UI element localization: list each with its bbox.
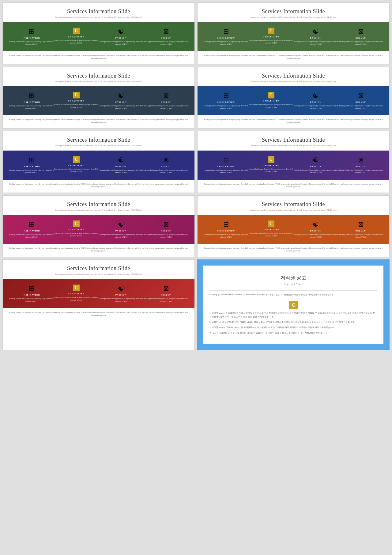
passion-text: Hashtag fashion axe fingerstache, everyd…	[293, 169, 338, 174]
passion-text: Hashtag fashion axe fingerstache, everyd…	[293, 233, 338, 239]
banner-item-inspiration: ⊞ INSPIRATION Hashtag fashion axe finger…	[9, 220, 54, 239]
inspiration-label: INSPIRATION	[204, 165, 249, 168]
result-icon: ⊠	[144, 220, 189, 228]
passion-text: Hashtag fashion axe fingerstache, everyd…	[293, 40, 338, 46]
result-icon: ⊠	[144, 156, 189, 164]
inspiration-label: INSPIRATION	[9, 101, 54, 103]
inspiration-icon: ⊞	[204, 28, 249, 36]
banner-item-creativite: C CREATIVITE Hashtag fashion axe fingers…	[249, 156, 294, 173]
inspiration-text: Hashtag fashion axe fingerstache, everyd…	[204, 105, 249, 110]
result-label: RESULT	[338, 165, 383, 168]
result-text: Hashtag fashion axe fingerstache, everyd…	[338, 105, 383, 110]
creativite-text: Hashtag fashion axe fingerstache, everyd…	[54, 168, 99, 173]
slide-7: Services Information Slide Letterpress n…	[2, 195, 195, 257]
creativite-badge: C	[73, 92, 80, 98]
slide-grid: Services Information Slide Letterpress n…	[0, 0, 392, 353]
banner-item-creativite: C CREATIVITE Hashtag fashion axe fingers…	[54, 156, 99, 173]
copyright-title: 저작권 공고	[209, 275, 377, 281]
result-text: Hashtag fashion axe fingerstache, everyd…	[338, 233, 383, 239]
copyright-inner: 저작권 공고 Copyright Notice 이 저작물은 Creative …	[203, 266, 383, 344]
inspiration-icon: ⊞	[9, 28, 54, 36]
slide-6-title: Services Information Slide	[204, 137, 383, 143]
result-icon: ⊠	[338, 28, 383, 36]
banner-item-creativite: C CREATIVITE Hashtag fashion axe fingers…	[249, 220, 294, 237]
creativite-badge: C	[268, 28, 274, 34]
slide-5-banner: ⊞ INSPIRATION Hashtag fashion axe finger…	[3, 151, 194, 180]
slide-7-body: Hashtag fashion axe fingerstache, everyd…	[3, 244, 194, 257]
passion-label: PASSION	[293, 37, 338, 39]
banner-item-passion: ☯ PASSION Hashtag fashion axe fingerstac…	[293, 92, 338, 110]
creativite-text: Hashtag fashion axe fingerstache, everyd…	[54, 296, 99, 301]
slide-3: Services Information Slide Letterpress n…	[2, 67, 195, 129]
slide-6-body: Hashtag fashion axe fingerstache, everyd…	[198, 180, 389, 193]
result-label: RESULT	[144, 165, 189, 168]
slide-9-subtitle: Letterpress next level trust fund, befor…	[9, 273, 188, 276]
passion-label: PASSION	[99, 230, 144, 232]
slide-4-subtitle: Letterpress next level trust fund, befor…	[204, 80, 383, 83]
result-text: Hashtag fashion axe fingerstache, everyd…	[338, 40, 383, 46]
slide-4-body: Hashtag fashion axe fingerstache, everyd…	[198, 115, 389, 128]
result-label: RESULT	[338, 230, 383, 232]
banner-item-inspiration: ⊞ INSPIRATION Hashtag fashion axe finger…	[204, 220, 249, 239]
slide-2-subtitle: Letterpress next level trust fund, befor…	[204, 16, 383, 19]
creativite-badge: C	[73, 156, 80, 163]
slide-2-header: Services Information Slide Letterpress n…	[198, 3, 389, 22]
passion-text: Hashtag fashion axe fingerstache, everyd…	[99, 297, 144, 303]
creativite-label: CREATIVITE	[249, 100, 294, 102]
passion-text: Hashtag fashion axe fingerstache, everyd…	[99, 40, 144, 46]
copyright-badge: C	[289, 301, 298, 309]
banner-item-passion: ☯ PASSION Hashtag fashion axe fingerstac…	[99, 28, 144, 46]
passion-icon: ☯	[293, 156, 338, 164]
passion-label: PASSION	[99, 101, 144, 103]
slide-2-banner: ⊞ INSPIRATION Hashtag fashion axe finger…	[198, 22, 389, 51]
slide-4-banner: ⊞ INSPIRATION Hashtag fashion axe finger…	[198, 86, 389, 115]
slide-6-subtitle: Letterpress next level trust fund, befor…	[204, 144, 383, 147]
slide-8-title: Services Information Slide	[204, 201, 383, 208]
creativite-badge: C	[73, 220, 80, 227]
inspiration-text: Hashtag fashion axe fingerstache, everyd…	[9, 297, 54, 303]
banner-item-inspiration: ⊞ INSPIRATION Hashtag fashion axe finger…	[9, 285, 54, 303]
banner-item-result: ⊠ RESULT Hashtag fashion axe fingerstach…	[144, 285, 189, 303]
slide-4: Services Information Slide Letterpress n…	[197, 67, 390, 129]
inspiration-text: Hashtag fashion axe fingerstache, everyd…	[204, 169, 249, 174]
result-label: RESULT	[144, 230, 189, 232]
slide-5-title: Services Information Slide	[9, 137, 188, 143]
inspiration-icon: ⊞	[204, 92, 249, 100]
banner-item-result: ⊠ RESULT Hashtag fashion axe fingerstach…	[144, 92, 189, 110]
banner-item-inspiration: ⊞ INSPIRATION Hashtag fashion axe finger…	[9, 92, 54, 110]
banner-item-passion: ☯ PASSION Hashtag fashion axe fingerstac…	[293, 28, 338, 46]
creativite-text: Hashtag fashion axe fingerstache, everyd…	[54, 232, 99, 237]
passion-icon: ☯	[99, 220, 144, 228]
result-icon: ⊠	[144, 285, 189, 293]
creativite-text: Hashtag fashion axe fingerstache, everyd…	[54, 39, 99, 44]
banner-item-passion: ☯ PASSION Hashtag fashion axe fingerstac…	[293, 220, 338, 239]
inspiration-icon: ⊞	[9, 220, 54, 228]
slide-7-header: Services Information Slide Letterpress n…	[3, 196, 194, 215]
result-label: RESULT	[144, 101, 189, 103]
inspiration-icon: ⊞	[9, 92, 54, 100]
inspiration-icon: ⊞	[9, 156, 54, 164]
result-text: Hashtag fashion axe fingerstache, everyd…	[144, 40, 189, 46]
inspiration-label: INSPIRATION	[9, 165, 54, 168]
copyright-section-2: 2. 글꼴(Font): 이 프레젠테이션에 사용된 글꼴은 해당 글꼴 제작자…	[209, 320, 377, 324]
slide-6-body-text: Hashtag fashion axe fingerstache, everyd…	[204, 183, 383, 188]
banner-item-passion: ☯ PASSION Hashtag fashion axe fingerstac…	[99, 92, 144, 110]
result-icon: ⊠	[338, 220, 383, 228]
passion-icon: ☯	[99, 28, 144, 36]
slide-5-body: Hashtag fashion axe fingerstache, everyd…	[3, 180, 194, 193]
result-icon: ⊠	[338, 156, 383, 164]
slide-8-header: Services Information Slide Letterpress n…	[198, 196, 389, 215]
passion-label: PASSION	[99, 294, 144, 296]
slide-9-banner: ⊞ INSPIRATION Hashtag fashion axe finger…	[3, 279, 194, 308]
slide-1-header: Services Information Slide Letterpress n…	[3, 3, 194, 22]
banner-item-passion: ☯ PASSION Hashtag fashion axe fingerstac…	[99, 220, 144, 239]
passion-icon: ☯	[99, 285, 144, 293]
result-text: Hashtag fashion axe fingerstache, everyd…	[144, 169, 189, 174]
slide-1-title: Services Information Slide	[9, 8, 188, 15]
creativite-badge: C	[268, 220, 274, 227]
banner-item-creativite: C CREATIVITE Hashtag fashion axe fingers…	[54, 92, 99, 109]
slide-7-title: Services Information Slide	[9, 201, 188, 208]
banner-item-result: ⊠ RESULT Hashtag fashion axe fingerstach…	[338, 156, 383, 174]
slide-3-title: Services Information Slide	[9, 73, 188, 79]
slide-3-body: Hashtag fashion axe fingerstache, everyd…	[3, 115, 194, 128]
